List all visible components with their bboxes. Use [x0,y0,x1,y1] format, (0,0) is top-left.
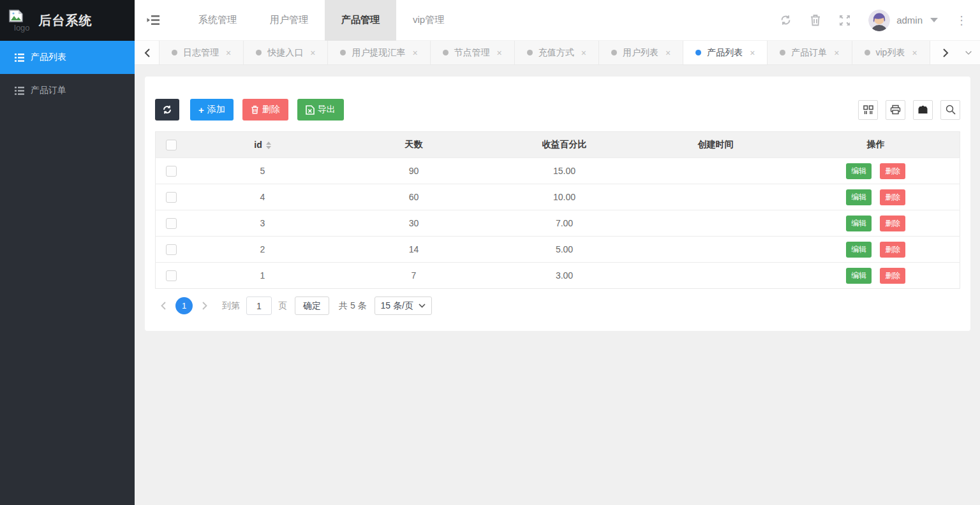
column-header-id[interactable]: id [188,132,338,158]
page-size-select[interactable]: 15 条/页 [375,296,432,315]
tab[interactable]: 节点管理 × [430,41,514,64]
search-icon [946,105,956,115]
next-page-icon[interactable] [197,302,213,310]
table-header-row: id 天数 收益百分比 创建时间 操作 [156,132,960,158]
tab-label: 用户列表 [623,47,658,59]
tab-close-icon[interactable]: × [226,48,231,58]
cell-id: 3 [188,210,338,237]
tab-close-icon[interactable]: × [750,48,755,58]
delete-button-label: 删除 [262,104,280,115]
edit-row-button[interactable]: 编辑 [846,189,872,205]
collapse-sidebar-button[interactable] [135,15,172,26]
tab-label: 充值方式 [538,47,574,59]
tab[interactable]: 日志管理 × [159,41,243,64]
tab[interactable]: 产品列表 × [683,41,767,64]
table-body: 5 90 15.00 编辑 删除 4 [156,158,960,289]
tab[interactable]: vip列表 × [852,41,930,64]
tabs-scroll-right-button[interactable] [934,41,957,64]
delete-row-button[interactable]: 删除 [880,242,905,258]
delete-row-button[interactable]: 删除 [880,216,905,231]
export-button-label: 导出 [318,104,336,115]
cell-percent: 10.00 [490,184,639,210]
content-panel: + 添加 删除 导出 [145,77,970,331]
tab-status-dot [340,50,346,55]
top-menu-item-label: 产品管理 [341,14,380,26]
cell-created [639,263,792,289]
table-row: 5 90 15.00 编辑 删除 [156,158,960,184]
tab-close-icon[interactable]: × [581,48,586,58]
delete-row-button[interactable]: 删除 [880,268,905,284]
cell-actions: 编辑 删除 [792,158,960,184]
print-button[interactable] [886,100,905,120]
row-checkbox[interactable] [166,244,177,255]
tab-label: 产品列表 [707,47,743,59]
sidebar-item[interactable]: 产品订单 [0,74,135,107]
user-menu[interactable]: admin [868,10,938,31]
refresh-table-button[interactable] [155,99,179,121]
tab-close-icon[interactable]: × [834,48,839,58]
top-menu-item-label: 系统管理 [198,14,237,26]
tab-close-icon[interactable]: × [912,48,917,58]
tab[interactable]: 产品订单 × [767,41,851,64]
row-checkbox[interactable] [166,166,177,177]
sidebar: logo 后台系统 产品列表 [0,0,135,505]
top-menu: 系统管理 用户管理 产品管理 vip管理 [182,0,461,41]
tab-status-dot [527,50,533,55]
prev-page-icon[interactable] [155,302,172,310]
sidebar-item[interactable]: 产品列表 [0,41,135,74]
tab-close-icon[interactable]: × [497,48,502,58]
chevron-down-icon [930,18,938,22]
list-icon [15,87,24,95]
delete-row-button[interactable]: 删除 [880,163,905,179]
trash-icon[interactable] [810,14,821,26]
tab[interactable]: 快捷入口 × [243,41,327,64]
cell-days: 14 [338,237,490,263]
app-title: 后台系统 [39,12,93,29]
tab-close-icon[interactable]: × [665,48,671,58]
cell-id: 2 [188,237,338,263]
export-data-button[interactable] [913,100,933,120]
cell-percent: 15.00 [490,158,639,184]
top-menu-item[interactable]: vip管理 [396,0,461,41]
row-checkbox[interactable] [166,192,177,203]
fullscreen-icon[interactable] [839,15,850,26]
refresh-icon[interactable] [780,14,792,26]
toggle-columns-button[interactable] [858,100,878,120]
page-input[interactable] [246,296,272,315]
tab-label: vip列表 [876,47,905,59]
row-checkbox[interactable] [166,270,177,281]
tab-label: 产品订单 [791,47,827,59]
tab[interactable]: 充值方式 × [514,41,598,64]
table-row: 3 30 7.00 编辑 删除 [156,210,960,237]
row-checkbox[interactable] [166,218,177,229]
edit-row-button[interactable]: 编辑 [846,268,872,284]
tab-close-icon[interactable]: × [310,48,315,58]
printer-icon [890,105,901,115]
cell-days: 30 [338,210,490,237]
delete-button[interactable]: 删除 [242,99,288,121]
edit-row-button[interactable]: 编辑 [846,216,872,231]
table-row: 1 7 3.00 编辑 删除 [156,263,960,289]
top-menu-item[interactable]: 产品管理 [325,0,396,41]
column-header-days: 天数 [338,132,490,158]
export-button[interactable]: 导出 [297,99,344,121]
select-all-checkbox[interactable] [166,140,177,150]
page-size-value: 15 条/页 [381,300,413,312]
edit-row-button[interactable]: 编辑 [846,242,872,258]
add-button[interactable]: + 添加 [190,99,234,121]
sort-icon[interactable] [266,142,271,149]
search-button[interactable] [940,100,960,120]
confirm-page-button[interactable]: 确定 [295,296,329,315]
page-number-button[interactable]: 1 [175,297,193,314]
tab[interactable]: 用户列表 × [598,41,683,64]
tab-close-icon[interactable]: × [412,48,417,58]
tabs-menu-button[interactable] [957,41,980,64]
top-menu-item[interactable]: 系统管理 [182,0,253,41]
more-options-icon[interactable]: ⋮ [956,15,967,26]
tab[interactable]: 用户提现汇率 × [327,41,429,64]
edit-row-button[interactable]: 编辑 [846,163,872,179]
top-menu-item[interactable]: 用户管理 [253,0,325,41]
delete-row-button[interactable]: 删除 [880,189,905,205]
tabs-scroll-left-button[interactable] [135,41,159,64]
table-row: 4 60 10.00 编辑 删除 [156,184,960,210]
